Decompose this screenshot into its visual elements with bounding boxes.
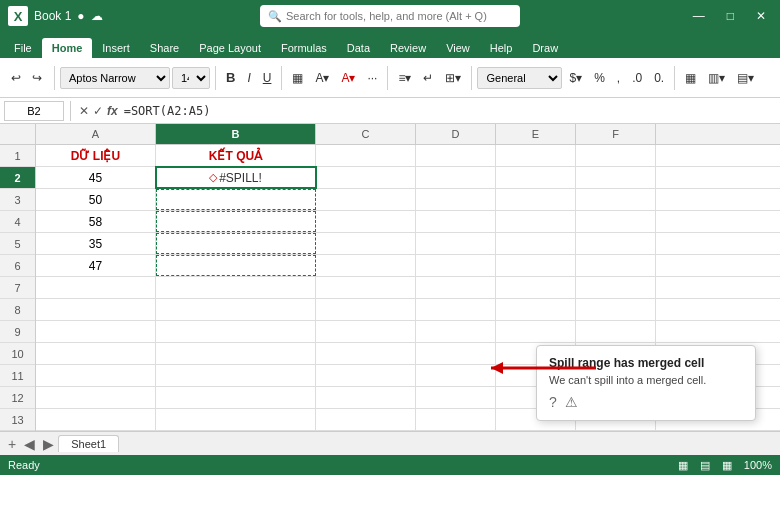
row-header-12[interactable]: 12 xyxy=(0,387,35,409)
cell-b3[interactable] xyxy=(156,189,316,210)
cell-f8[interactable] xyxy=(576,299,656,320)
align-button[interactable]: ≡▾ xyxy=(393,69,416,87)
row-header-1[interactable]: 1 xyxy=(0,145,35,167)
currency-button[interactable]: $▾ xyxy=(564,69,587,87)
cell-a6[interactable]: 47 xyxy=(36,255,156,276)
tab-data[interactable]: Data xyxy=(337,38,380,58)
cell-a12[interactable] xyxy=(36,387,156,408)
row-header-5[interactable]: 5 xyxy=(0,233,35,255)
minimize-button[interactable]: — xyxy=(687,7,711,25)
font-name-select[interactable]: Aptos Narrow xyxy=(60,67,170,89)
col-header-a[interactable]: A xyxy=(36,124,156,144)
row-header-11[interactable]: 11 xyxy=(0,365,35,387)
cell-c12[interactable] xyxy=(316,387,416,408)
view-normal-icon[interactable]: ▦ xyxy=(678,459,688,472)
cell-e5[interactable] xyxy=(496,233,576,254)
cell-e4[interactable] xyxy=(496,211,576,232)
sheet-tab-sheet1[interactable]: Sheet1 xyxy=(58,435,119,452)
cond-format-button[interactable]: ▦ xyxy=(680,69,701,87)
cell-d12[interactable] xyxy=(416,387,496,408)
cell-b6[interactable] xyxy=(156,255,316,276)
row-header-7[interactable]: 7 xyxy=(0,277,35,299)
underline-button[interactable]: U xyxy=(258,69,277,87)
cell-d4[interactable] xyxy=(416,211,496,232)
row-header-6[interactable]: 6 xyxy=(0,255,35,277)
cell-b4[interactable] xyxy=(156,211,316,232)
row-header-10[interactable]: 10 xyxy=(0,343,35,365)
scroll-sheets-right[interactable]: ▶ xyxy=(39,436,58,452)
cell-a9[interactable] xyxy=(36,321,156,342)
format-table-button[interactable]: ▥▾ xyxy=(703,69,730,87)
row-header-3[interactable]: 3 xyxy=(0,189,35,211)
row-header-4[interactable]: 4 xyxy=(0,211,35,233)
cell-b12[interactable] xyxy=(156,387,316,408)
cell-d5[interactable] xyxy=(416,233,496,254)
cell-f7[interactable] xyxy=(576,277,656,298)
view-pagebreak-icon[interactable]: ▦ xyxy=(722,459,732,472)
cell-d13[interactable] xyxy=(416,409,496,430)
cell-e1[interactable] xyxy=(496,145,576,166)
number-format-select[interactable]: General xyxy=(477,67,562,89)
cell-c3[interactable] xyxy=(316,189,416,210)
col-header-e[interactable]: E xyxy=(496,124,576,144)
cell-f6[interactable] xyxy=(576,255,656,276)
cell-d8[interactable] xyxy=(416,299,496,320)
col-header-f[interactable]: F xyxy=(576,124,656,144)
more-formats-button[interactable]: ··· xyxy=(362,69,382,87)
bold-button[interactable]: B xyxy=(221,68,240,87)
cell-e2[interactable] xyxy=(496,167,576,188)
cell-d3[interactable] xyxy=(416,189,496,210)
view-page-icon[interactable]: ▤ xyxy=(700,459,710,472)
cell-reference-box[interactable]: B2 xyxy=(4,101,64,121)
cell-a2[interactable]: 45 xyxy=(36,167,156,188)
tab-file[interactable]: File xyxy=(4,38,42,58)
cell-b9[interactable] xyxy=(156,321,316,342)
cell-f1[interactable] xyxy=(576,145,656,166)
cell-d2[interactable] xyxy=(416,167,496,188)
cell-c5[interactable] xyxy=(316,233,416,254)
col-header-d[interactable]: D xyxy=(416,124,496,144)
tab-draw[interactable]: Draw xyxy=(522,38,568,58)
cell-b2[interactable]: ◇ #SPILL! xyxy=(156,167,316,188)
cell-b10[interactable] xyxy=(156,343,316,364)
cell-d1[interactable] xyxy=(416,145,496,166)
cell-f2[interactable] xyxy=(576,167,656,188)
row-header-9[interactable]: 9 xyxy=(0,321,35,343)
tab-page-layout[interactable]: Page Layout xyxy=(189,38,271,58)
cell-f3[interactable] xyxy=(576,189,656,210)
cell-e3[interactable] xyxy=(496,189,576,210)
cell-a8[interactable] xyxy=(36,299,156,320)
tab-insert[interactable]: Insert xyxy=(92,38,140,58)
tab-review[interactable]: Review xyxy=(380,38,436,58)
tooltip-warning-icon[interactable]: ⚠ xyxy=(565,394,578,410)
row-header-2[interactable]: 2 xyxy=(0,167,35,189)
tab-formulas[interactable]: Formulas xyxy=(271,38,337,58)
cell-c1[interactable] xyxy=(316,145,416,166)
scroll-sheets-left[interactable]: ◀ xyxy=(20,436,39,452)
add-sheet-button[interactable]: + xyxy=(4,436,20,452)
cell-a1[interactable]: DỮ LIỆU xyxy=(36,145,156,166)
cell-d9[interactable] xyxy=(416,321,496,342)
cell-c13[interactable] xyxy=(316,409,416,430)
tab-view[interactable]: View xyxy=(436,38,480,58)
formula-cancel-icon[interactable]: ✕ xyxy=(79,104,89,118)
row-header-13[interactable]: 13 xyxy=(0,409,35,431)
cell-a4[interactable]: 58 xyxy=(36,211,156,232)
cell-a10[interactable] xyxy=(36,343,156,364)
redo-button[interactable]: ↪ xyxy=(27,69,47,87)
fx-icon[interactable]: fx xyxy=(107,104,118,118)
col-header-b[interactable]: B xyxy=(156,124,316,144)
cell-b13[interactable] xyxy=(156,409,316,430)
percent-button[interactable]: % xyxy=(589,69,610,87)
cell-b11[interactable] xyxy=(156,365,316,386)
italic-button[interactable]: I xyxy=(242,69,255,87)
cell-b8[interactable] xyxy=(156,299,316,320)
cell-a5[interactable]: 35 xyxy=(36,233,156,254)
font-size-select[interactable]: 14 xyxy=(172,67,210,89)
cell-c6[interactable] xyxy=(316,255,416,276)
formula-input[interactable] xyxy=(124,104,776,118)
cell-a3[interactable]: 50 xyxy=(36,189,156,210)
merge-button[interactable]: ⊞▾ xyxy=(440,69,466,87)
search-box[interactable]: 🔍 xyxy=(260,5,520,27)
close-button[interactable]: ✕ xyxy=(750,7,772,25)
